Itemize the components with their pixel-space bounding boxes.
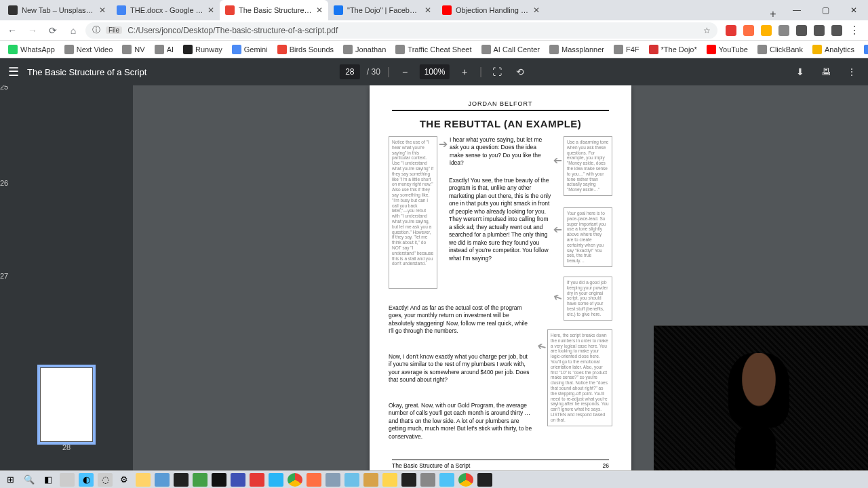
chrome-icon[interactable]	[458, 473, 473, 487]
taskbar-app[interactable]	[231, 473, 245, 487]
print-button[interactable]: 🖶	[818, 64, 834, 80]
site-info-icon[interactable]: ⓘ	[92, 24, 100, 36]
bookmark-item[interactable]: Traffic Cheat Sheet	[391, 43, 475, 56]
bookmark-label: Massplanner	[561, 45, 604, 54]
taskbar-app[interactable]	[344, 473, 359, 487]
taskbar-app[interactable]	[307, 473, 321, 487]
maximize-button[interactable]: ▢	[811, 0, 840, 20]
bookmark-item[interactable]: *The Dojo*	[645, 43, 701, 56]
page-number-input[interactable]	[340, 64, 360, 79]
taskbar-app[interactable]	[193, 473, 208, 487]
bookmark-favicon	[8, 45, 18, 54]
zoom-out-button[interactable]: −	[397, 64, 413, 80]
bookmark-item[interactable]: ClickBank	[753, 43, 807, 56]
browser-tab[interactable]: Objection Handling & Closing ✕	[437, 0, 545, 20]
zoom-level[interactable]: 100%	[420, 64, 450, 79]
task-view-icon[interactable]: ◧	[41, 473, 56, 487]
chrome-icon[interactable]	[288, 473, 302, 487]
taskbar-app[interactable]	[269, 473, 283, 487]
file-explorer-icon[interactable]	[136, 473, 151, 487]
bookmark-item[interactable]: Gemini	[228, 43, 272, 56]
bookmark-item[interactable]: F4F	[610, 43, 644, 56]
taskbar-app[interactable]	[401, 473, 416, 487]
footer-title: The Basic Structure of a Script	[392, 462, 470, 469]
bookmark-label: NV	[134, 45, 144, 54]
downloads-icon[interactable]	[814, 25, 825, 36]
tab-title: "The Dojo" | Facebook	[347, 6, 420, 14]
search-icon[interactable]: 🔍	[22, 473, 37, 487]
bookmark-item[interactable]: Runway	[179, 43, 226, 56]
rotate-button[interactable]: ⟲	[512, 64, 528, 80]
bookmark-favicon	[395, 45, 405, 54]
bookmark-favicon	[155, 45, 164, 54]
minimize-button[interactable]: —	[783, 0, 811, 20]
bookmark-item[interactable]: Massplanner	[545, 43, 608, 56]
taskbar-app[interactable]	[155, 473, 170, 487]
body-paragraph: Now, I don't know exactly what you charg…	[389, 353, 531, 384]
browser-tab[interactable]: The Basic Structure of a Script ✕	[220, 0, 328, 20]
browser-tab[interactable]: THE.docx - Google Docs ✕	[111, 0, 220, 20]
back-button[interactable]: ←	[4, 22, 20, 39]
ext-icon[interactable]	[743, 25, 754, 36]
window-controls: — ▢ ✕	[783, 0, 868, 20]
bookmark-star-icon[interactable]: ☆	[703, 26, 711, 35]
bookmark-item[interactable]: Birds Sounds	[273, 43, 338, 56]
home-button[interactable]: ⌂	[65, 22, 81, 39]
bookmark-item[interactable]: NV	[118, 43, 149, 56]
taskbar-app[interactable]: ◐	[79, 473, 94, 487]
close-tab-icon[interactable]: ✕	[208, 5, 214, 15]
taskbar-app[interactable]	[212, 473, 226, 487]
new-tab-button[interactable]: +	[764, 8, 783, 20]
taskbar-app[interactable]	[420, 473, 435, 487]
bookmark-item[interactable]: YouTube	[703, 43, 752, 56]
thumbnail-page[interactable]	[40, 367, 93, 442]
thumbnail-sidebar[interactable]: 252627 2829	[0, 85, 133, 488]
zoom-in-button[interactable]: +	[456, 64, 473, 80]
pdf-menu-icon[interactable]: ☰	[8, 64, 19, 79]
taskbar-app[interactable]	[439, 473, 454, 487]
browser-tab[interactable]: "The Dojo" | Facebook ✕	[328, 0, 437, 20]
taskbar-app[interactable]	[250, 473, 264, 487]
url-scheme-chip: File	[106, 26, 122, 34]
bookmark-item[interactable]: Analytics	[808, 43, 859, 56]
taskbar-app[interactable]: ◌	[98, 473, 113, 487]
browser-tab[interactable]: New Tab – Unsplash Instant ✕	[3, 0, 111, 20]
pdf-more-icon[interactable]: ⋮	[844, 64, 860, 80]
start-button[interactable]: ⊞	[3, 473, 18, 487]
reload-button[interactable]: ⟳	[45, 22, 61, 39]
bookmark-favicon	[864, 45, 868, 54]
taskbar-app[interactable]	[382, 473, 397, 487]
settings-icon[interactable]: ⚙	[117, 473, 132, 487]
bookmark-item[interactable]: WhatsApp	[4, 43, 59, 56]
chrome-menu-icon[interactable]: ⋮	[849, 25, 860, 36]
close-tab-icon[interactable]: ✕	[316, 5, 323, 15]
taskbar-app[interactable]	[363, 473, 378, 487]
taskbar-app[interactable]	[174, 473, 189, 487]
bookmark-item[interactable]: Jonathan	[339, 43, 390, 56]
omnibox[interactable]: ⓘ File C:/Users/jonco/Desktop/The-basic-…	[85, 22, 717, 39]
margin-note-right-1: Use a disarming tone when you ask these …	[564, 136, 612, 196]
close-window-button[interactable]: ✕	[840, 0, 868, 20]
ext-icon[interactable]	[761, 25, 772, 36]
ext-icon[interactable]	[726, 25, 736, 36]
taskbar-app[interactable]	[60, 473, 75, 487]
taskbar-app[interactable]	[326, 473, 340, 487]
bookmark-item[interactable]: My Activity	[860, 43, 868, 56]
close-tab-icon[interactable]: ✕	[99, 5, 106, 15]
download-button[interactable]: ⬇	[792, 64, 808, 80]
page-total: / 30	[367, 67, 380, 77]
close-tab-icon[interactable]: ✕	[533, 5, 540, 15]
fit-page-button[interactable]: ⛶	[489, 64, 505, 80]
bookmark-item[interactable]: AI Call Center	[477, 43, 544, 56]
bookmark-item[interactable]: Next Video	[60, 43, 117, 56]
ext-icon[interactable]	[778, 25, 789, 36]
bookmark-label: Gemini	[244, 45, 268, 54]
windows-taskbar[interactable]: ⊞ 🔍 ◧ ◐ ◌ ⚙	[0, 470, 868, 488]
profile-avatar[interactable]	[831, 25, 842, 36]
forward-button[interactable]: →	[24, 22, 41, 39]
close-tab-icon[interactable]: ✕	[425, 5, 431, 15]
thumbnail-number: 27	[0, 272, 133, 280]
ext-icon[interactable]	[796, 25, 807, 36]
bookmark-item[interactable]: AI	[151, 43, 178, 56]
taskbar-app[interactable]	[477, 473, 492, 487]
